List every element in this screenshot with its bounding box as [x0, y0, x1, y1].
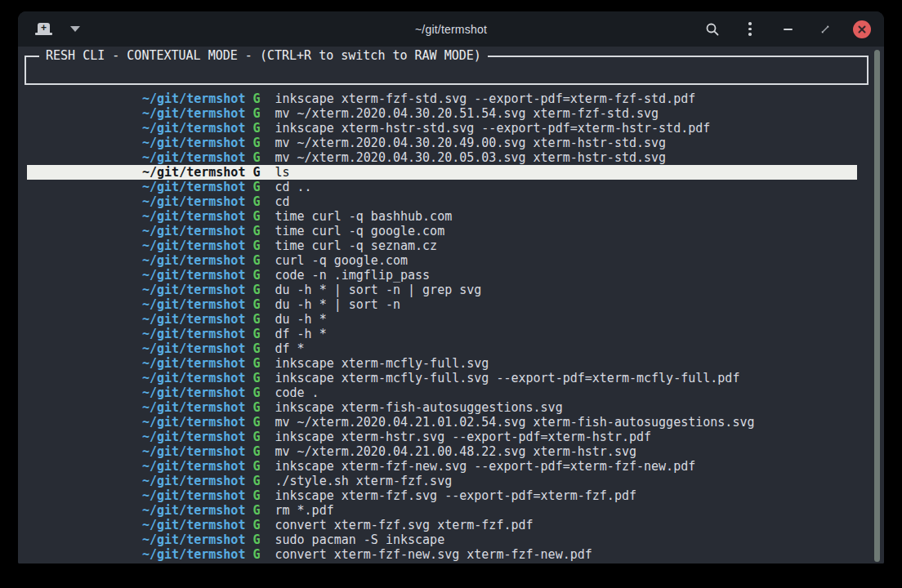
history-path: ~/git/termshot	[142, 165, 245, 180]
history-command: df -h *	[275, 327, 326, 341]
history-row[interactable]: ~/git/termshotGcode -n .imgflip_pass	[18, 268, 884, 283]
history-path: ~/git/termshot	[142, 253, 245, 268]
history-path: ~/git/termshot	[142, 238, 245, 253]
git-indicator: G	[252, 518, 260, 532]
kebab-menu-icon	[748, 22, 752, 36]
tab-list-dropdown[interactable]	[65, 20, 85, 39]
history-row[interactable]: ~/git/termshotGmv ~/xterm.2020.04.21.00.…	[18, 444, 884, 459]
search-icon	[705, 22, 720, 37]
desktop: + ~/git/termshot	[0, 0, 902, 588]
history-path: ~/git/termshot	[142, 488, 245, 503]
history-row[interactable]: ~/git/termshotGinkscape xterm-hstr-std.s…	[18, 121, 884, 136]
history-row[interactable]: ~/git/termshotGsudo pacman -S inkscape	[18, 532, 884, 547]
restore-button[interactable]	[815, 20, 835, 39]
git-indicator: G	[252, 194, 260, 209]
history-path: ~/git/termshot	[142, 150, 245, 165]
history-row[interactable]: ~/git/termshotGinkscape xterm-mcfly-full…	[18, 371, 884, 385]
history-path: ~/git/termshot	[142, 385, 245, 400]
git-indicator: G	[252, 459, 260, 474]
history-command: du -h * | sort -n | grep svg	[275, 283, 481, 297]
history-row[interactable]: ~/git/termshotGmv ~/xterm.2020.04.30.20.…	[18, 106, 884, 121]
resh-header-box: RESH CLI - CONTEXTUAL MODE - (CTRL+R to …	[25, 56, 869, 85]
history-path: ~/git/termshot	[142, 415, 245, 430]
history-command: inkscape xterm-fish-autosuggestions.svg	[275, 400, 562, 415]
history-command: inkscape xterm-fzf.svg --export-pdf=xter…	[275, 488, 636, 503]
history-command: rm *.pdf	[275, 503, 333, 518]
history-row[interactable]: ~/git/termshotGtime curl -q bashhub.com	[18, 209, 884, 224]
history-row[interactable]: ~/git/termshotGcode .	[18, 385, 884, 400]
history-row[interactable]: ~/git/termshotGmv ~/xterm.2020.04.30.20.…	[18, 150, 884, 165]
history-row[interactable]: ~/git/termshotGcd ..	[18, 180, 884, 194]
history-command: cd ..	[275, 180, 311, 194]
history-row[interactable]: ~/git/termshotGinkscape xterm-fzf-new.sv…	[18, 459, 884, 474]
history-command: inkscape xterm-fzf-new.svg --export-pdf=…	[275, 459, 695, 474]
git-indicator: G	[252, 283, 260, 297]
git-indicator: G	[252, 532, 260, 547]
history-command: curl -q google.com	[275, 253, 408, 268]
git-indicator: G	[252, 106, 260, 121]
history-command: convert xterm-fzf.svg xterm-fzf.pdf	[275, 518, 533, 532]
history-path: ~/git/termshot	[142, 106, 245, 121]
history-row[interactable]: ~/git/termshotGcd	[18, 194, 884, 209]
history-row-selected[interactable]: ~/git/termshotGls	[27, 165, 857, 180]
history-path: ~/git/termshot	[142, 444, 245, 459]
search-button[interactable]	[703, 20, 722, 39]
history-command: inkscape xterm-hstr-std.svg --export-pdf…	[275, 121, 710, 136]
history-path: ~/git/termshot	[142, 459, 245, 474]
scrollbar-thumb[interactable]	[874, 50, 880, 562]
history-command: ls	[275, 165, 289, 180]
history-row[interactable]: ~/git/termshotGinkscape xterm-fzf-std.sv…	[18, 91, 884, 106]
history-path: ~/git/termshot	[142, 91, 245, 106]
git-indicator: G	[252, 312, 260, 327]
menu-button[interactable]	[740, 20, 760, 39]
git-indicator: G	[252, 503, 260, 518]
history-path: ~/git/termshot	[142, 371, 245, 385]
history-row[interactable]: ~/git/termshotGcurl -q google.com	[18, 253, 884, 268]
history-row[interactable]: ~/git/termshotGmv ~/xterm.2020.04.21.01.…	[18, 415, 884, 430]
history-row[interactable]: ~/git/termshotGinkscape xterm-mcfly-full…	[18, 356, 884, 371]
close-button[interactable]	[853, 20, 871, 38]
resh-query-input[interactable]	[31, 60, 862, 82]
history-row[interactable]: ~/git/termshotGtime curl -q seznam.cz	[18, 238, 884, 253]
history-path: ~/git/termshot	[142, 224, 245, 238]
history-command: ./style.sh xterm-fzf.svg	[275, 474, 452, 488]
history-command: inkscape xterm-fzf-std.svg --export-pdf=…	[275, 91, 695, 106]
history-row[interactable]: ~/git/termshotGtime curl -q google.com	[18, 224, 884, 238]
history-command: du -h * | sort -n	[275, 297, 400, 312]
history-command: sudo pacman -S inkscape	[275, 532, 444, 547]
terminal-content: RESH CLI - CONTEXTUAL MODE - (CTRL+R to …	[18, 47, 884, 564]
history-path: ~/git/termshot	[142, 518, 245, 532]
history-command: code .	[275, 385, 319, 400]
history-row[interactable]: ~/git/termshotGmv ~/xterm.2020.04.30.20.…	[18, 136, 884, 150]
git-indicator: G	[252, 121, 260, 136]
history-command: inkscape xterm-mcfly-full.svg	[275, 356, 489, 371]
terminal-window: + ~/git/termshot	[18, 11, 884, 564]
history-command: mv ~/xterm.2020.04.30.20.51.54.svg xterm…	[275, 106, 659, 121]
history-row[interactable]: ~/git/termshotGdu -h *	[18, 312, 884, 327]
minimize-button[interactable]	[778, 20, 797, 39]
history-path: ~/git/termshot	[142, 121, 245, 136]
history-row[interactable]: ~/git/termshotGrm *.pdf	[18, 503, 884, 518]
history-row[interactable]: ~/git/termshotGinkscape xterm-fzf.svg --…	[18, 488, 884, 503]
history-row[interactable]: ~/git/termshotGconvert xterm-fzf-new.svg…	[18, 547, 884, 562]
history-path: ~/git/termshot	[142, 547, 245, 562]
git-indicator: G	[252, 224, 260, 238]
history-row[interactable]: ~/git/termshotGinkscape xterm-hstr.svg -…	[18, 430, 884, 444]
git-indicator: G	[252, 180, 260, 194]
close-icon	[857, 24, 867, 34]
new-tab-button[interactable]: +	[34, 20, 54, 39]
history-row[interactable]: ~/git/termshotG./style.sh xterm-fzf.svg	[18, 474, 884, 488]
new-tab-icon: +	[35, 21, 53, 38]
history-row[interactable]: ~/git/termshotGdu -h * | sort -n	[18, 297, 884, 312]
git-indicator: G	[252, 136, 260, 150]
history-row[interactable]: ~/git/termshotGdu -h * | sort -n | grep …	[18, 283, 884, 297]
titlebar: + ~/git/termshot	[18, 11, 884, 47]
history-row[interactable]: ~/git/termshotGdf -h *	[18, 327, 884, 341]
history-row[interactable]: ~/git/termshotGconvert xterm-fzf.svg xte…	[18, 518, 884, 532]
history-row[interactable]: ~/git/termshotGdf *	[18, 341, 884, 356]
history-command: time curl -q seznam.cz	[275, 238, 437, 253]
git-indicator: G	[252, 474, 260, 488]
git-indicator: G	[252, 430, 260, 444]
history-row[interactable]: ~/git/termshotGinkscape xterm-fish-autos…	[18, 400, 884, 415]
git-indicator: G	[252, 165, 260, 180]
